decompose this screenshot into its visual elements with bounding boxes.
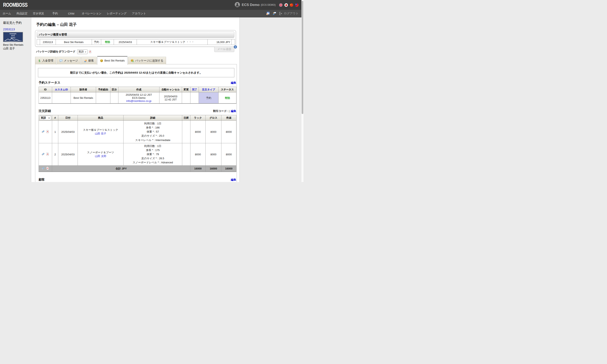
col-date: 日付 [58, 115, 78, 121]
tag-icon[interactable] [41, 153, 45, 156]
nav-item-home[interactable]: ホーム [0, 12, 14, 15]
order-detail: 利用日数 : 1日 身長 * : 166 体重 * : 57 足のサイズ * :… [124, 121, 182, 143]
tab-best-ski-rentals[interactable]: Best Ski Rentals [97, 56, 127, 65]
tag-icon[interactable] [41, 167, 45, 170]
user-avatar-icon[interactable] [235, 2, 240, 8]
booking-status-title: 予約ステータス [39, 81, 60, 85]
col-custom-id[interactable]: カスタムID [52, 87, 71, 92]
nav-item-availability[interactable]: 空き状況 [30, 12, 47, 15]
package-status: 有効 [101, 39, 114, 45]
report-window-icon[interactable] [266, 12, 270, 16]
uk-flag[interactable] [279, 3, 283, 7]
sidebar-guest-name: 山田 花子 [3, 47, 29, 51]
order-details-edit-link[interactable]: 編集 [231, 109, 236, 113]
status-vendor: Best Ski Rentals [71, 92, 96, 104]
order-row: 2 2025/04/03 スノーボード＆ブーツ 山田 太郎 利用日数 : 1日 … [39, 143, 236, 166]
user-account: (ECS DEMO) [261, 3, 276, 6]
sidebar-title: 最近見た予約 [3, 21, 29, 25]
order-product: スノーボード＆ブーツ 山田 太郎 [78, 143, 124, 166]
chevron-down-icon: ∨ [85, 51, 86, 53]
status-changed [182, 92, 191, 104]
japan-flag[interactable] [284, 3, 288, 7]
tab-payments[interactable]: $ 入金管理 [35, 57, 56, 64]
col-num: # [52, 115, 58, 121]
pdf-icon[interactable] [46, 153, 49, 156]
roomboss-logo: ROOMBOSS [3, 2, 28, 8]
order-sell: 8000 [221, 121, 236, 143]
logout-icon [279, 12, 283, 15]
package-summary-row: 2353113 Best Ski Rentals 予約 有効 2025/04/0… [37, 39, 235, 45]
order-guest-link[interactable]: 山田 花子 [95, 132, 106, 135]
nav-item-reporting[interactable]: レポーティング [104, 12, 129, 15]
top-bar: ROOMBOSS ECS Demo (ECS DEMO) [0, 0, 302, 10]
col-auto-cancel: 自動キャンセル [159, 87, 182, 92]
order-product: スキー板＆ブーツ＆ストック 山田 花子 [78, 121, 124, 143]
order-date: 2025/04/03 [58, 143, 78, 166]
main-nav: ホーム 商品設定 空き状況 予約 CRM オペレーション レポーティング アカウ… [0, 10, 302, 17]
send-mail-button[interactable]: メール送信 [214, 46, 234, 52]
col-vendor: 販売者 [71, 87, 96, 92]
logout-button[interactable]: ログアウト [279, 12, 299, 15]
status-created: 2025/04/03 12:12 JST ECS Demo info@roomb… [118, 92, 159, 104]
nav-item-bookings[interactable]: 予約 [49, 12, 60, 15]
guest-message-icon[interactable] [273, 12, 276, 16]
order-row: 1 2025/04/03 スキー板＆ブーツ＆ストック 山田 花子 利用日数 : … [39, 121, 236, 143]
status-id: 2353113 [39, 92, 52, 104]
recent-bookings-sidebar: 最近見た予約 2353113 Example ECS Demo Best Ski… [0, 17, 31, 182]
best-ski-rentals-panel: 期日までに支払いがない場合、この予約は 2025/04/03 12:42またはそ… [35, 64, 237, 182]
booking-status-edit-link[interactable]: 編集 [231, 81, 236, 85]
gold-box-icon [100, 59, 103, 62]
order-note [182, 143, 191, 166]
package-overview-title[interactable]: パッケージ概要＆管理 [37, 31, 234, 38]
info-icon[interactable] [234, 45, 237, 49]
guests-edit-link[interactable]: 編集 [231, 178, 236, 182]
china-flag[interactable] [290, 3, 293, 7]
order-language-select[interactable]: 英語 ∨ [40, 116, 51, 120]
order-rack: 8000 [191, 121, 206, 143]
status-completed [191, 92, 199, 104]
col-order-type[interactable]: 注文タイプ [199, 87, 219, 92]
package-overview-box: パッケージ概要＆管理 2353113 Best Ski Rentals 予約 有… [35, 30, 236, 47]
taiwan-flag[interactable] [295, 3, 299, 7]
col-created: 作成 [118, 87, 159, 92]
main-panel: 予約の編集 – 山田 花子 パッケージ概要＆管理 2353113 Best Sk… [31, 17, 240, 182]
tab-guests[interactable]: 顧客 [81, 57, 97, 64]
order-gross: 8000 [206, 143, 221, 166]
col-completed[interactable]: 完了 [191, 87, 199, 92]
status-auto-cancel: 2025/04/03 12:42 JST [159, 92, 182, 104]
booking-thumbnail[interactable]: Example ECS Demo [3, 32, 23, 42]
nav-item-operations[interactable]: オペレーション [79, 12, 104, 15]
order-rack: 8000 [191, 143, 206, 166]
col-status: ステータス [219, 87, 236, 92]
people-icon [84, 59, 87, 62]
auto-cancel-warning: 期日までに支払いがない場合、この予約は 2025/04/03 12:42またはそ… [38, 68, 234, 77]
total-sell: 16000 [221, 166, 236, 172]
status-category [110, 92, 118, 104]
order-details-table: 英語 ∨ # 日付 商品 詳細 注釈 ラック グロス 売値 [39, 115, 236, 172]
pdf-icon[interactable] [46, 130, 49, 134]
nav-item-account[interactable]: アカウント [129, 12, 149, 15]
scrollbar-thumb[interactable] [302, 1, 303, 114]
nav-item-crm[interactable]: CRM [65, 12, 77, 15]
col-sell: 売値 [221, 115, 236, 121]
sidebar-vendor-name: Best Ski Rentals [3, 43, 29, 46]
booking-status-table: ID カスタムID 販売者 予約経由 区分 作成 自動キャンセル 変更 完了 注… [39, 87, 236, 104]
tag-icon[interactable] [41, 130, 45, 134]
tab-messages[interactable]: メッセージ [57, 57, 81, 64]
download-language-select[interactable]: 英語 ∨ [77, 49, 87, 54]
chevron-down-icon: ∨ [48, 117, 50, 119]
package-vendor: Best Ski Rentals [56, 39, 92, 45]
user-name[interactable]: ECS Demo [242, 3, 260, 7]
nav-item-products[interactable]: 商品設定 [14, 12, 30, 15]
created-email-link[interactable]: info@roomboss.co.jp [126, 99, 151, 103]
recent-booking-link[interactable]: 2353113 [3, 27, 29, 31]
order-note [182, 121, 191, 143]
col-category: 区分 [110, 87, 118, 92]
pdf-download-icon[interactable] [88, 50, 92, 53]
package-total: 16,000 JPY [208, 39, 232, 45]
page-title: 予約の編集 – 山田 花子 [36, 22, 238, 27]
order-num: 2 [52, 143, 58, 166]
order-guest-link[interactable]: 山田 太郎 [95, 155, 106, 158]
pdf-icon[interactable] [46, 167, 49, 170]
tab-add-to-package[interactable]: パッケージに追加する [128, 57, 166, 64]
